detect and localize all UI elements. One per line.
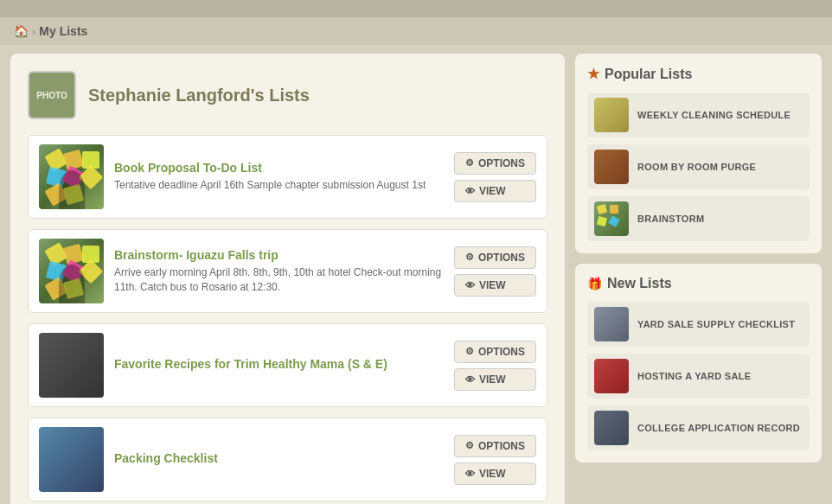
breadcrumb-label: My Lists xyxy=(39,24,87,38)
list-card: Favorite Recipes for Trim Healthy Mama (… xyxy=(28,323,547,407)
new-lists-title: 🎁 New Lists xyxy=(587,276,810,291)
list-card-actions: ⚙ OPTIONS👁 VIEW xyxy=(454,341,536,391)
popular-lists-container: WEEKLY CLEANING SCHEDULEROOM BY ROOM PUR… xyxy=(587,93,810,241)
left-panel: PHOTO Stephanie Langford's Lists Book Pr… xyxy=(10,54,565,504)
popular-lists-section: ★ Popular Lists WEEKLY CLEANING SCHEDULE… xyxy=(575,54,822,253)
side-list-label: ROOM BY ROOM PURGE xyxy=(637,162,756,172)
view-button[interactable]: 👁 VIEW xyxy=(454,368,536,391)
list-card-actions: ⚙ OPTIONS👁 VIEW xyxy=(454,152,536,202)
new-lists-section: 🎁 New Lists YARD SALE SUPPLY CHECKLISTHO… xyxy=(575,264,822,463)
list-card: Book Proposal To-Do ListTentative deadli… xyxy=(28,135,547,219)
eye-icon: 👁 xyxy=(465,374,475,385)
side-list-item[interactable]: HOSTING A YARD SALE xyxy=(587,354,810,399)
star-icon: ★ xyxy=(587,66,599,82)
list-card-info: Brainstorm- Iguazu Falls tripArrive earl… xyxy=(114,248,444,295)
eye-icon: 👁 xyxy=(465,186,475,196)
eye-icon: 👁 xyxy=(465,469,475,479)
side-list-label: YARD SALE SUPPLY CHECKLIST xyxy=(637,319,795,329)
side-list-label: BRAINSTORM xyxy=(637,214,704,224)
side-list-item[interactable]: WEEKLY CLEANING SCHEDULE xyxy=(587,93,810,137)
breadcrumb-separator: › xyxy=(32,25,35,38)
right-panel: ★ Popular Lists WEEKLY CLEANING SCHEDULE… xyxy=(575,54,822,504)
avatar: PHOTO xyxy=(28,71,76,119)
list-card-info: Book Proposal To-Do ListTentative deadli… xyxy=(114,161,444,193)
view-button[interactable]: 👁 VIEW xyxy=(454,180,536,202)
side-list-label: WEEKLY CLEANING SCHEDULE xyxy=(637,110,790,120)
top-bar xyxy=(0,0,832,17)
main-layout: PHOTO Stephanie Langford's Lists Book Pr… xyxy=(0,45,832,504)
user-header: PHOTO Stephanie Langford's Lists xyxy=(28,71,547,119)
options-button[interactable]: ⚙ OPTIONS xyxy=(454,246,536,269)
gift-icon: 🎁 xyxy=(587,277,602,290)
options-button[interactable]: ⚙ OPTIONS xyxy=(454,435,536,457)
eye-icon: 👁 xyxy=(465,280,475,290)
gear-icon: ⚙ xyxy=(465,157,474,169)
breadcrumb: 🏠 › My Lists xyxy=(0,17,832,45)
list-card-info: Packing Checklist xyxy=(114,451,444,469)
popular-lists-title: ★ Popular Lists xyxy=(587,66,810,82)
list-card-actions: ⚙ OPTIONS👁 VIEW xyxy=(454,246,536,297)
list-card-title: Favorite Recipes for Trim Healthy Mama (… xyxy=(114,357,444,371)
side-list-item[interactable]: ROOM BY ROOM PURGE xyxy=(587,144,810,189)
list-cards-container: Book Proposal To-Do ListTentative deadli… xyxy=(28,135,547,501)
list-card-title: Brainstorm- Iguazu Falls trip xyxy=(114,248,444,262)
home-icon[interactable]: 🏠 xyxy=(14,24,29,38)
gear-icon: ⚙ xyxy=(465,440,474,451)
list-card-title: Packing Checklist xyxy=(114,451,444,465)
list-card: Brainstorm- Iguazu Falls tripArrive earl… xyxy=(28,229,547,313)
options-button[interactable]: ⚙ OPTIONS xyxy=(454,152,536,175)
user-name: Stephanie Langford's Lists xyxy=(88,86,310,105)
side-list-label: COLLEGE APPLICATION RECORD xyxy=(637,423,800,433)
view-button[interactable]: 👁 VIEW xyxy=(454,274,536,297)
side-list-item[interactable]: COLLEGE APPLICATION RECORD xyxy=(587,405,810,450)
view-button[interactable]: 👁 VIEW xyxy=(454,463,536,485)
list-card-desc: Tentative deadline April 16th Sample cha… xyxy=(114,178,444,193)
gear-icon: ⚙ xyxy=(465,346,474,357)
list-card-title: Book Proposal To-Do List xyxy=(114,161,444,175)
list-card-desc: Arrive early morning April 8th. 8th, 9th… xyxy=(114,265,444,295)
list-card: Packing Checklist⚙ OPTIONS👁 VIEW xyxy=(28,418,547,501)
list-card-actions: ⚙ OPTIONS👁 VIEW xyxy=(454,435,536,485)
new-lists-container: YARD SALE SUPPLY CHECKLISTHOSTING A YARD… xyxy=(587,302,810,450)
side-list-item[interactable]: YARD SALE SUPPLY CHECKLIST xyxy=(587,302,810,347)
options-button[interactable]: ⚙ OPTIONS xyxy=(454,341,536,363)
gear-icon: ⚙ xyxy=(465,252,474,263)
side-list-item[interactable]: BRAINSTORM xyxy=(587,196,810,241)
list-card-info: Favorite Recipes for Trim Healthy Mama (… xyxy=(114,357,444,374)
side-list-label: HOSTING A YARD SALE xyxy=(637,371,751,381)
